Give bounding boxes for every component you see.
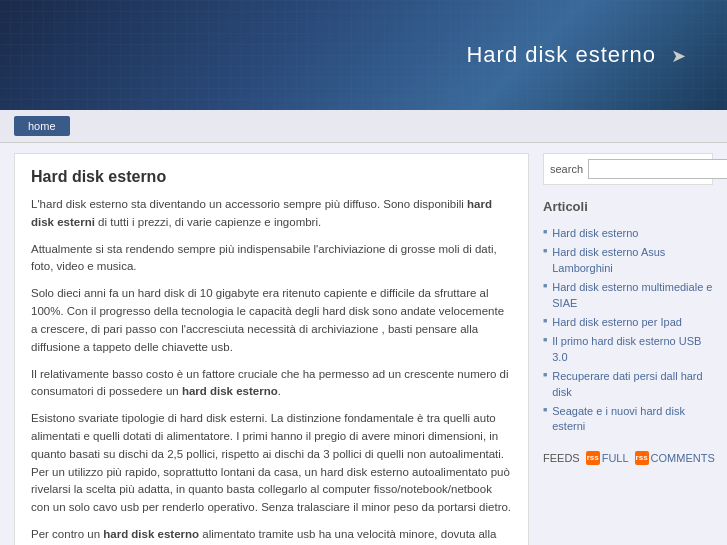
article-link-7[interactable]: Seagate e i nuovi hard disk esterni: [552, 404, 713, 435]
comments-feed-badge[interactable]: rss COMMENTS: [635, 451, 715, 465]
home-label: home: [28, 120, 56, 132]
comments-feed-icon: rss: [635, 451, 649, 465]
paragraph-5: Esistono svariate tipologie di hard disk…: [31, 410, 512, 517]
navbar: home: [0, 110, 727, 143]
feeds-label: FEEDS: [543, 452, 580, 464]
article-link-6[interactable]: Recuperare dati persi dall hard disk: [552, 369, 713, 400]
header-title-text: Hard disk esterno: [466, 42, 655, 67]
paragraph-6: Per contro un hard disk esterno alimenta…: [31, 526, 512, 545]
list-item: Hard disk esterno Asus Lamborghini: [543, 243, 713, 278]
full-feed-badge[interactable]: rss FULL: [586, 451, 629, 465]
list-item: Hard disk esterno: [543, 224, 713, 243]
list-item: Hard disk esterno multimediale e SIAE: [543, 278, 713, 313]
articles-list: Hard disk esterno Hard disk esterno Asus…: [543, 224, 713, 437]
paragraph-2: Attualmente si sta rendendo sempre più i…: [31, 241, 512, 277]
cursor-icon: ➤: [671, 45, 687, 67]
article-link-3[interactable]: Hard disk esterno multimediale e SIAE: [552, 280, 713, 311]
content-area: Hard disk esterno L'hard disk esterno st…: [14, 153, 529, 545]
article-link-2[interactable]: Hard disk esterno Asus Lamborghini: [552, 245, 713, 276]
article-body: L'hard disk esterno sta diventando un ac…: [31, 196, 512, 545]
article-link-4[interactable]: Hard disk esterno per Ipad: [552, 315, 682, 330]
header: Hard disk esterno ➤: [0, 0, 727, 110]
search-input[interactable]: [588, 159, 727, 179]
article-title: Hard disk esterno: [31, 168, 512, 186]
paragraph-3: Solo dieci anni fa un hard disk di 10 gi…: [31, 285, 512, 356]
list-item: Seagate e i nuovi hard disk esterni: [543, 402, 713, 437]
comments-feed-label: COMMENTS: [651, 452, 715, 464]
list-item: Hard disk esterno per Ipad: [543, 313, 713, 332]
articles-section-title: Articoli: [543, 199, 713, 216]
full-feed-label: FULL: [602, 452, 629, 464]
feeds-bar: FEEDS rss FULL rss COMMENTS: [543, 451, 713, 465]
header-title: Hard disk esterno ➤: [466, 42, 687, 68]
search-box: search go!: [543, 153, 713, 185]
home-link[interactable]: home: [14, 116, 70, 136]
article-link-1[interactable]: Hard disk esterno: [552, 226, 638, 241]
list-item: Recuperare dati persi dall hard disk: [543, 367, 713, 402]
paragraph-1: L'hard disk esterno sta diventando un ac…: [31, 196, 512, 232]
paragraph-4: Il relativamente basso costo è un fattor…: [31, 366, 512, 402]
sidebar: search go! Articoli Hard disk esterno Ha…: [543, 153, 713, 545]
main-container: Hard disk esterno L'hard disk esterno st…: [0, 143, 727, 545]
search-label: search: [550, 163, 583, 175]
article-link-5[interactable]: Il primo hard disk esterno USB 3.0: [552, 334, 713, 365]
list-item: Il primo hard disk esterno USB 3.0: [543, 332, 713, 367]
full-feed-icon: rss: [586, 451, 600, 465]
